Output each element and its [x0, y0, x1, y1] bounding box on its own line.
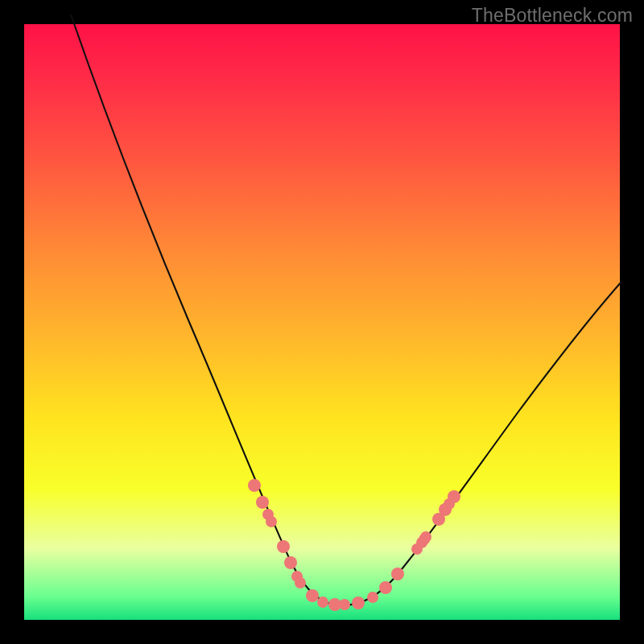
svg-point-1 — [256, 496, 269, 509]
bottleneck-curve — [71, 14, 621, 605]
svg-point-8 — [306, 589, 319, 602]
svg-point-15 — [391, 568, 404, 580]
marker-dots — [248, 479, 460, 611]
svg-point-0 — [248, 479, 261, 492]
svg-point-19 — [420, 531, 431, 543]
svg-point-11 — [339, 599, 350, 610]
chart-frame: TheBottleneck.com — [0, 0, 644, 644]
svg-point-7 — [295, 577, 306, 588]
curve-svg — [24, 24, 620, 620]
svg-point-14 — [379, 581, 392, 594]
svg-point-5 — [284, 556, 297, 569]
watermark-text: TheBottleneck.com — [472, 5, 633, 27]
svg-point-3 — [266, 516, 277, 527]
svg-point-23 — [448, 490, 460, 503]
plot-area — [24, 24, 620, 620]
svg-point-12 — [352, 597, 365, 609]
svg-point-9 — [317, 597, 328, 608]
svg-point-13 — [367, 592, 378, 603]
svg-point-4 — [277, 540, 290, 553]
